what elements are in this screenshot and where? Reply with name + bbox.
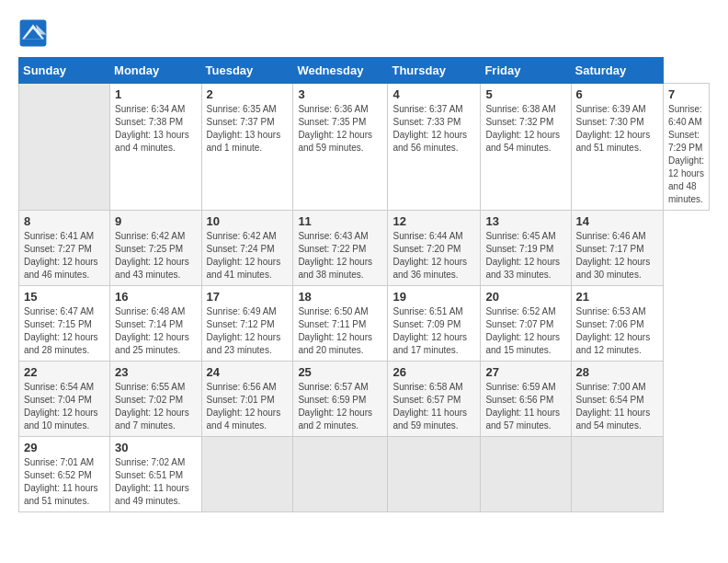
day-info: Sunrise: 6:52 AMSunset: 7:07 PMDaylight:…	[485, 305, 565, 357]
column-header-monday: Monday	[110, 58, 201, 84]
day-info: Sunrise: 6:53 AMSunset: 7:06 PMDaylight:…	[576, 305, 658, 357]
calendar-cell	[388, 437, 481, 512]
day-info: Sunrise: 6:49 AMSunset: 7:12 PMDaylight:…	[207, 305, 289, 357]
calendar-cell: 4Sunrise: 6:37 AMSunset: 7:33 PMDaylight…	[388, 84, 481, 211]
day-info: Sunrise: 6:43 AMSunset: 7:22 PMDaylight:…	[298, 230, 382, 282]
column-header-saturday: Saturday	[571, 58, 663, 84]
calendar-cell: 16Sunrise: 6:48 AMSunset: 7:14 PMDayligh…	[110, 286, 201, 362]
calendar-cell	[481, 437, 571, 512]
week-row-5: 29Sunrise: 7:01 AMSunset: 6:52 PMDayligh…	[19, 437, 710, 512]
day-info: Sunrise: 6:50 AMSunset: 7:11 PMDaylight:…	[298, 305, 382, 357]
day-info: Sunrise: 7:00 AMSunset: 6:54 PMDaylight:…	[576, 381, 658, 432]
day-info: Sunrise: 6:58 AMSunset: 6:57 PMDaylight:…	[392, 381, 475, 432]
day-number: 7	[668, 87, 704, 101]
calendar-cell: 15Sunrise: 6:47 AMSunset: 7:15 PMDayligh…	[19, 286, 110, 362]
day-info: Sunrise: 6:40 AMSunset: 7:29 PMDaylight:…	[668, 103, 704, 206]
header-row: SundayMondayTuesdayWednesdayThursdayFrid…	[19, 58, 710, 84]
calendar-cell: 23Sunrise: 6:55 AMSunset: 7:02 PMDayligh…	[110, 362, 201, 437]
day-info: Sunrise: 6:46 AMSunset: 7:17 PMDaylight:…	[576, 230, 658, 282]
day-info: Sunrise: 6:41 AMSunset: 7:27 PMDaylight:…	[24, 230, 105, 282]
calendar-cell: 6Sunrise: 6:39 AMSunset: 7:30 PMDaylight…	[571, 84, 663, 211]
calendar-cell: 24Sunrise: 6:56 AMSunset: 7:01 PMDayligh…	[201, 362, 293, 437]
column-header-tuesday: Tuesday	[201, 58, 293, 84]
day-info: Sunrise: 6:54 AMSunset: 7:04 PMDaylight:…	[24, 381, 105, 432]
calendar-cell	[201, 437, 293, 512]
calendar-cell: 2Sunrise: 6:35 AMSunset: 7:37 PMDaylight…	[201, 84, 293, 211]
calendar-cell: 11Sunrise: 6:43 AMSunset: 7:22 PMDayligh…	[293, 211, 388, 286]
calendar-cell: 13Sunrise: 6:45 AMSunset: 7:19 PMDayligh…	[481, 211, 571, 286]
day-number: 23	[115, 365, 196, 379]
day-info: Sunrise: 6:34 AMSunset: 7:38 PMDaylight:…	[115, 103, 196, 155]
calendar-cell: 1Sunrise: 6:34 AMSunset: 7:38 PMDaylight…	[110, 84, 201, 211]
day-number: 22	[24, 365, 105, 379]
calendar-cell: 3Sunrise: 6:36 AMSunset: 7:35 PMDaylight…	[293, 84, 388, 211]
calendar-cell: 18Sunrise: 6:50 AMSunset: 7:11 PMDayligh…	[293, 286, 388, 362]
header	[18, 18, 710, 48]
day-number: 20	[485, 290, 565, 304]
day-info: Sunrise: 7:01 AMSunset: 6:52 PMDaylight:…	[24, 456, 105, 508]
day-number: 27	[485, 365, 565, 379]
calendar-cell	[571, 437, 663, 512]
day-number: 10	[207, 214, 289, 228]
calendar-cell: 12Sunrise: 6:44 AMSunset: 7:20 PMDayligh…	[388, 211, 481, 286]
day-info: Sunrise: 6:36 AMSunset: 7:35 PMDaylight:…	[298, 103, 382, 155]
day-number: 19	[392, 290, 475, 304]
column-header-thursday: Thursday	[388, 58, 481, 84]
day-number: 21	[576, 290, 658, 304]
calendar-cell: 20Sunrise: 6:52 AMSunset: 7:07 PMDayligh…	[481, 286, 571, 362]
day-info: Sunrise: 6:59 AMSunset: 6:56 PMDaylight:…	[485, 381, 565, 432]
day-info: Sunrise: 6:38 AMSunset: 7:32 PMDaylight:…	[485, 103, 565, 155]
week-row-4: 22Sunrise: 6:54 AMSunset: 7:04 PMDayligh…	[19, 362, 710, 437]
day-number: 11	[298, 214, 382, 228]
calendar-cell	[293, 437, 388, 512]
day-number: 12	[392, 214, 475, 228]
calendar-cell: 9Sunrise: 6:42 AMSunset: 7:25 PMDaylight…	[110, 211, 201, 286]
calendar-cell: 14Sunrise: 6:46 AMSunset: 7:17 PMDayligh…	[571, 211, 663, 286]
day-info: Sunrise: 6:42 AMSunset: 7:25 PMDaylight:…	[115, 230, 196, 282]
day-info: Sunrise: 6:45 AMSunset: 7:19 PMDaylight:…	[485, 230, 565, 282]
calendar-cell: 30Sunrise: 7:02 AMSunset: 6:51 PMDayligh…	[110, 437, 201, 512]
calendar-cell: 19Sunrise: 6:51 AMSunset: 7:09 PMDayligh…	[388, 286, 481, 362]
column-header-wednesday: Wednesday	[293, 58, 388, 84]
logo	[18, 18, 51, 48]
day-number: 25	[298, 365, 382, 379]
day-number: 16	[115, 290, 196, 304]
day-info: Sunrise: 6:44 AMSunset: 7:20 PMDaylight:…	[392, 230, 475, 282]
day-number: 13	[485, 214, 565, 228]
day-number: 14	[576, 214, 658, 228]
day-number: 28	[576, 365, 658, 379]
day-number: 24	[207, 365, 289, 379]
column-header-friday: Friday	[481, 58, 571, 84]
calendar-cell: 7Sunrise: 6:40 AMSunset: 7:29 PMDaylight…	[664, 84, 710, 211]
week-row-2: 8Sunrise: 6:41 AMSunset: 7:27 PMDaylight…	[19, 211, 710, 286]
day-number: 26	[392, 365, 475, 379]
logo-icon	[18, 18, 48, 48]
day-info: Sunrise: 6:37 AMSunset: 7:33 PMDaylight:…	[392, 103, 475, 155]
day-number: 29	[24, 441, 105, 454]
day-number: 4	[392, 87, 475, 101]
day-info: Sunrise: 6:35 AMSunset: 7:37 PMDaylight:…	[207, 103, 289, 155]
calendar-cell: 5Sunrise: 6:38 AMSunset: 7:32 PMDaylight…	[481, 84, 571, 211]
day-info: Sunrise: 6:39 AMSunset: 7:30 PMDaylight:…	[576, 103, 658, 155]
day-number: 30	[115, 441, 196, 454]
day-number: 18	[298, 290, 382, 304]
day-info: Sunrise: 6:55 AMSunset: 7:02 PMDaylight:…	[115, 381, 196, 432]
calendar-cell: 10Sunrise: 6:42 AMSunset: 7:24 PMDayligh…	[201, 211, 293, 286]
week-row-1: 1Sunrise: 6:34 AMSunset: 7:38 PMDaylight…	[19, 84, 710, 211]
day-number: 9	[115, 214, 196, 228]
day-number: 15	[24, 290, 105, 304]
calendar-cell: 8Sunrise: 6:41 AMSunset: 7:27 PMDaylight…	[19, 211, 110, 286]
day-info: Sunrise: 6:56 AMSunset: 7:01 PMDaylight:…	[207, 381, 289, 432]
day-number: 6	[576, 87, 658, 101]
calendar-cell	[19, 84, 110, 211]
calendar-cell: 17Sunrise: 6:49 AMSunset: 7:12 PMDayligh…	[201, 286, 293, 362]
day-number: 17	[207, 290, 289, 304]
calendar-cell: 22Sunrise: 6:54 AMSunset: 7:04 PMDayligh…	[19, 362, 110, 437]
day-number: 8	[24, 214, 105, 228]
calendar-cell: 26Sunrise: 6:58 AMSunset: 6:57 PMDayligh…	[388, 362, 481, 437]
calendar-cell: 28Sunrise: 7:00 AMSunset: 6:54 PMDayligh…	[571, 362, 663, 437]
calendar-cell: 21Sunrise: 6:53 AMSunset: 7:06 PMDayligh…	[571, 286, 663, 362]
day-info: Sunrise: 6:57 AMSunset: 6:59 PMDaylight:…	[298, 381, 382, 432]
calendar-cell: 25Sunrise: 6:57 AMSunset: 6:59 PMDayligh…	[293, 362, 388, 437]
day-info: Sunrise: 6:42 AMSunset: 7:24 PMDaylight:…	[207, 230, 289, 282]
